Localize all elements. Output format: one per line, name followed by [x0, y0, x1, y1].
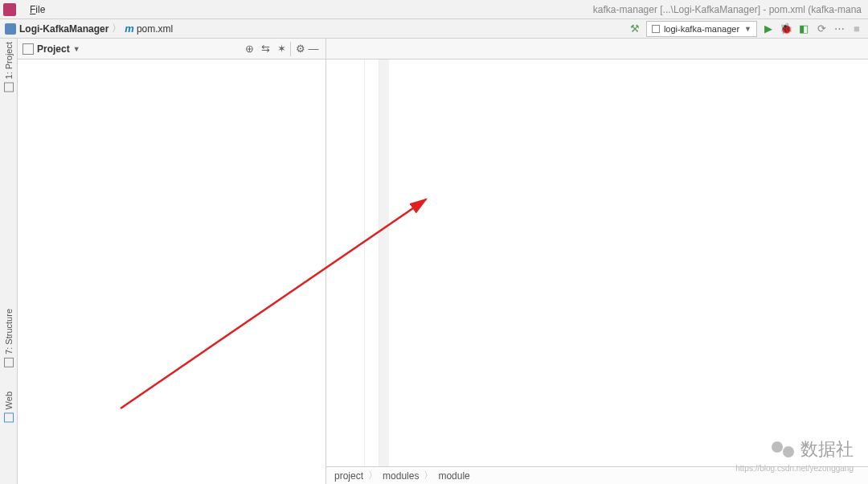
menu-bar: File kafka-manager [...\Logi-KafkaManage…	[0, 0, 868, 19]
tab-project[interactable]: 1: Project	[4, 42, 14, 92]
run-config-label: logi-kafka-manager	[664, 24, 739, 34]
tab-structure[interactable]: 7: Structure	[4, 309, 14, 367]
chevron-down-icon[interactable]: ▼	[73, 45, 80, 53]
project-tree[interactable]	[18, 59, 326, 484]
breadcrumb-sep: 〉	[368, 469, 378, 482]
tool-window-stripe: 1: Project 7: Structure Web	[0, 39, 18, 484]
coverage-icon[interactable]: ◧	[797, 23, 810, 35]
profile-icon[interactable]: ⟳	[815, 23, 828, 35]
breadcrumb-project[interactable]: Logi-KafkaManager	[19, 23, 108, 35]
breadcrumb-sep: 〉	[112, 22, 121, 35]
project-tool-window: Project ▼ ⊕ ⇆ ✶ ⚙ —	[18, 39, 326, 484]
crumb-modules[interactable]: modules	[383, 470, 419, 482]
change-gutter	[379, 59, 389, 466]
breadcrumb-sep: 〉	[424, 469, 433, 482]
locate-icon[interactable]: ⊕	[242, 42, 256, 56]
app-icon	[3, 3, 16, 16]
code-lines[interactable]	[389, 59, 868, 466]
settings-icon[interactable]: ⚙	[290, 42, 305, 56]
editor-area: project 〉 modules 〉 module	[326, 39, 868, 484]
project-panel-title[interactable]: Project	[37, 43, 70, 55]
config-icon	[652, 25, 660, 33]
stop-icon[interactable]: ■	[850, 23, 863, 35]
watermark-url: https://blog.csdn.net/yezonggang	[735, 464, 854, 473]
tab-web[interactable]: Web	[4, 392, 14, 422]
navigation-bar: Logi-KafkaManager 〉 m pom.xml ⚒ logi-kaf…	[0, 19, 868, 39]
watermark-icon	[772, 438, 794, 461]
editor-tabs	[326, 39, 868, 59]
collapse-icon[interactable]: ✶	[274, 42, 289, 56]
run-config-combo[interactable]: logi-kafka-manager ▼	[646, 21, 757, 37]
breadcrumb-file[interactable]: pom.xml	[137, 23, 173, 35]
run-icon[interactable]: ▶	[762, 23, 775, 35]
menu-file[interactable]: File	[24, 2, 51, 17]
code-editor[interactable]	[326, 59, 868, 466]
hammer-icon[interactable]: ⚒	[628, 23, 641, 35]
maven-icon: m	[125, 23, 134, 35]
crumb-project[interactable]: project	[334, 470, 363, 482]
fold-gutter[interactable]	[365, 59, 379, 466]
line-number-gutter	[326, 59, 365, 466]
debug-icon[interactable]: 🐞	[780, 23, 792, 35]
window-title: kafka-manager [...\Logi-KafkaManager] - …	[593, 4, 865, 15]
watermark-text: 数据社	[800, 437, 854, 461]
crumb-module[interactable]: module	[438, 470, 469, 482]
project-view-icon	[23, 43, 34, 55]
watermark: 数据社	[772, 437, 854, 461]
project-panel-header: Project ▼ ⊕ ⇆ ✶ ⚙ —	[18, 39, 326, 59]
chevron-down-icon: ▼	[744, 25, 751, 33]
toolbar-right: ⚒ logi-kafka-manager ▼ ▶ 🐞 ◧ ⟳ ⋯ ■	[628, 21, 863, 37]
hide-icon[interactable]: —	[306, 42, 321, 56]
project-icon	[5, 23, 16, 35]
attach-icon[interactable]: ⋯	[833, 23, 845, 35]
expand-icon[interactable]: ⇆	[258, 42, 272, 56]
